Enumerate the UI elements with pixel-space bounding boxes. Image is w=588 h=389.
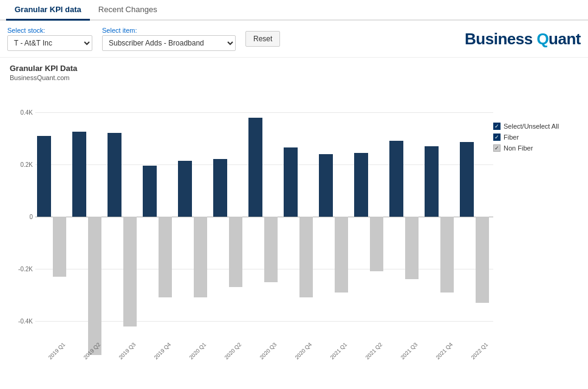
fiber-bar bbox=[284, 147, 297, 217]
tab-recent-changes[interactable]: Recent Changes bbox=[90, 0, 166, 21]
item-control-group: Select item: Subscriber Adds - Broadband bbox=[102, 27, 236, 51]
legend-fiber-item[interactable]: ✓ Fiber bbox=[493, 134, 578, 141]
non-fiber-bar bbox=[264, 217, 278, 282]
non-fiber-bar bbox=[229, 217, 242, 287]
bar-group bbox=[388, 86, 423, 347]
bar-group bbox=[317, 86, 352, 347]
chart-main: 0.4K0.2K0-0.2K-0.4K 2019 Q12019 Q22019 Q… bbox=[10, 86, 493, 371]
select-all-label: Select/Unselect All bbox=[504, 123, 559, 130]
bar-group bbox=[106, 86, 141, 347]
bar-group bbox=[247, 86, 282, 347]
brand-logo: Business Quant bbox=[465, 30, 581, 49]
non-fiber-bar bbox=[405, 217, 419, 279]
non-fiber-label: Non Fiber bbox=[504, 144, 533, 152]
chart-subtitle: BusinessQuant.com bbox=[10, 74, 578, 81]
fiber-bar bbox=[72, 132, 86, 217]
bar-group bbox=[352, 86, 388, 347]
legend: ✓ Select/Unselect All ✓ Fiber ✓ Non Fibe… bbox=[493, 86, 578, 371]
x-labels: 2019 Q12019 Q22019 Q32019 Q42020 Q12020 … bbox=[35, 347, 493, 371]
y-axis-label: -0.2K bbox=[18, 266, 33, 272]
bar-group bbox=[176, 86, 211, 347]
fiber-bar bbox=[389, 141, 403, 217]
fiber-bar bbox=[143, 166, 156, 217]
fiber-bar bbox=[460, 142, 473, 217]
bar-group bbox=[35, 86, 70, 347]
bar-group bbox=[423, 86, 458, 347]
non-fiber-bar bbox=[335, 217, 348, 293]
bar-group bbox=[211, 86, 247, 347]
bar-group bbox=[458, 86, 493, 347]
stock-select[interactable]: T - At&T Inc bbox=[7, 35, 92, 51]
bars-wrap bbox=[35, 86, 493, 347]
non-fiber-bar bbox=[194, 217, 207, 297]
fiber-bar bbox=[248, 118, 262, 217]
tab-granular[interactable]: Granular KPI data bbox=[6, 0, 90, 21]
y-axis-label: 0.2K bbox=[20, 161, 33, 168]
stock-label: Select stock: bbox=[7, 27, 92, 34]
stock-control-group: Select stock: T - At&T Inc bbox=[7, 27, 92, 51]
y-axis: 0.4K0.2K0-0.2K-0.4K bbox=[10, 86, 35, 347]
non-fiber-bar bbox=[123, 217, 137, 326]
reset-button[interactable]: Reset bbox=[245, 31, 280, 47]
legend-select-all[interactable]: ✓ Select/Unselect All bbox=[493, 123, 578, 130]
non-fiber-bar bbox=[299, 217, 313, 297]
non-fiber-bar bbox=[370, 217, 383, 271]
fiber-bar bbox=[425, 146, 438, 217]
chart-container: 0.4K0.2K0-0.2K-0.4K 2019 Q12019 Q22019 Q… bbox=[10, 86, 578, 371]
fiber-bar bbox=[213, 159, 227, 217]
item-label: Select item: bbox=[102, 27, 236, 34]
controls-bar: Select stock: T - At&T Inc Select item: … bbox=[0, 21, 588, 58]
chart-title: Granular KPI Data bbox=[10, 64, 578, 73]
bar-group bbox=[70, 86, 106, 347]
app-container: Granular KPI data Recent Changes Select … bbox=[0, 0, 588, 371]
y-axis-label: 0 bbox=[29, 214, 33, 220]
y-axis-label: -0.4K bbox=[18, 318, 33, 325]
y-axis-label: 0.4K bbox=[20, 109, 33, 116]
chart-area: Granular KPI Data BusinessQuant.com 0.4K… bbox=[0, 58, 588, 371]
bar-group bbox=[282, 86, 317, 347]
fiber-bar bbox=[319, 154, 332, 217]
item-select[interactable]: Subscriber Adds - Broadband bbox=[102, 35, 236, 51]
fiber-checkbox[interactable]: ✓ bbox=[493, 134, 501, 141]
non-fiber-bar bbox=[159, 217, 172, 297]
non-fiber-bar bbox=[53, 217, 66, 277]
fiber-bar bbox=[37, 136, 50, 217]
tab-bar: Granular KPI data Recent Changes bbox=[0, 0, 588, 21]
non-fiber-bar bbox=[476, 217, 489, 303]
fiber-bar bbox=[108, 133, 121, 217]
select-all-checkbox[interactable]: ✓ bbox=[493, 123, 501, 130]
non-fiber-bar bbox=[440, 217, 454, 293]
bar-group bbox=[141, 86, 176, 347]
non-fiber-bar bbox=[88, 217, 101, 355]
fiber-label: Fiber bbox=[504, 134, 519, 141]
non-fiber-checkbox[interactable]: ✓ bbox=[493, 144, 501, 152]
legend-non-fiber-item[interactable]: ✓ Non Fiber bbox=[493, 144, 578, 152]
fiber-bar bbox=[354, 153, 368, 217]
bars-inner bbox=[35, 86, 493, 347]
fiber-bar bbox=[178, 161, 191, 217]
